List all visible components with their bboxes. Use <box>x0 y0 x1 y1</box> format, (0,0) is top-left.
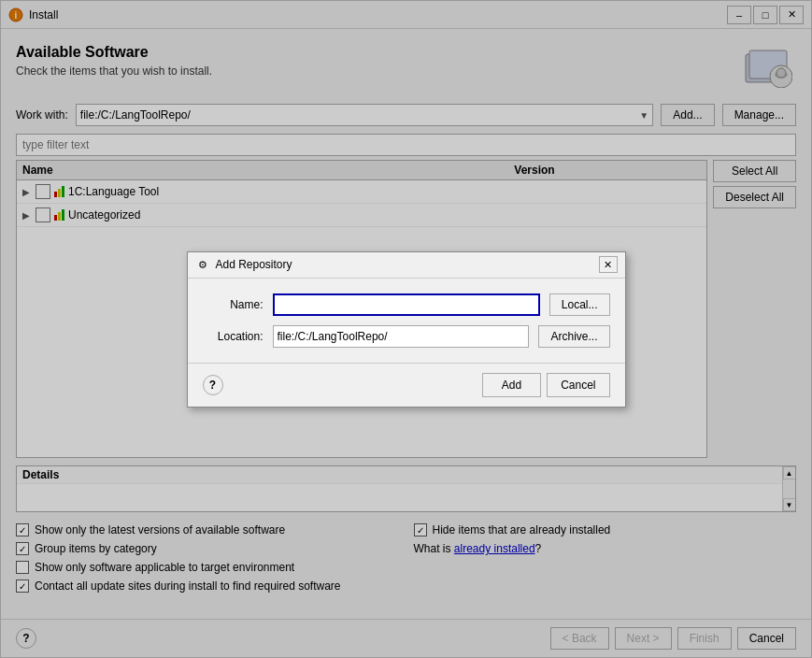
dialog-add-button[interactable]: Add <box>482 373 541 397</box>
dialog-title: Add Repository <box>216 258 599 271</box>
add-repository-dialog: ⚙ Add Repository ✕ Name: Local... Locati… <box>187 251 626 408</box>
location-label: Location: <box>203 330 264 343</box>
name-input[interactable] <box>273 293 540 316</box>
dialog-title-bar: ⚙ Add Repository ✕ <box>188 252 625 279</box>
dialog-cancel-button[interactable]: Cancel <box>547 373 609 397</box>
dialog-action-buttons: Add Cancel <box>482 373 610 397</box>
dialog-help-button[interactable]: ? <box>203 375 223 395</box>
local-button[interactable]: Local... <box>549 293 610 316</box>
dialog-icon: ⚙ <box>195 257 210 272</box>
modal-overlay: ⚙ Add Repository ✕ Name: Local... Locati… <box>1 1 811 657</box>
name-row: Name: Local... <box>203 293 610 316</box>
main-window: i Install – □ ✕ Available Software Check… <box>0 0 812 658</box>
dialog-body: Name: Local... Location: Archive... <box>188 279 625 363</box>
dialog-close-button[interactable]: ✕ <box>599 256 618 273</box>
location-input[interactable] <box>273 325 530 348</box>
name-label: Name: <box>203 298 264 311</box>
archive-button[interactable]: Archive... <box>538 325 609 348</box>
dialog-footer: ? Add Cancel <box>188 363 625 407</box>
location-row: Location: Archive... <box>203 325 610 348</box>
